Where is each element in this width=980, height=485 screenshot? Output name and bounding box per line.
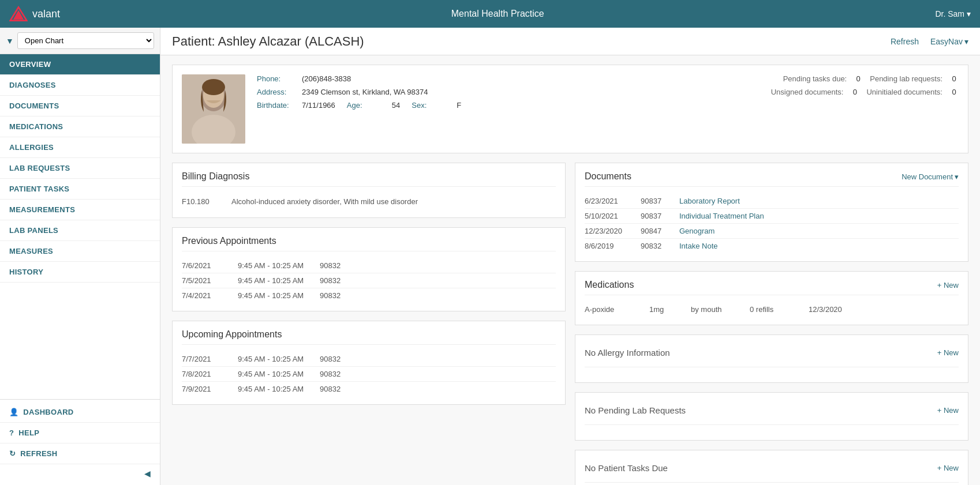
- med-row-1: A-poxide 1mg by mouth 0 refills 12/3/202…: [585, 302, 959, 317]
- phone-label: Phone:: [257, 74, 297, 83]
- unsigned-docs-label: Unsigned documents:: [771, 88, 844, 96]
- patient-details: Phone: (206)848-3838 Address: 2349 Clems…: [257, 74, 760, 114]
- lab-requests-card: No Pending Lab Requests + New: [575, 392, 968, 441]
- doc-row-2: 5/10/2021 90837 Individual Treatment Pla…: [585, 209, 959, 224]
- sidebar-item-history[interactable]: HISTORY: [0, 262, 160, 283]
- upcoming-appt-code-3: 90832: [320, 385, 351, 393]
- previous-appointments-title: Previous Appointments: [182, 236, 276, 246]
- sidebar-bottom: 👤 DASHBOARD ? HELP ↻ REFRESH ◀: [0, 399, 160, 485]
- upcoming-appt-row-3: 7/9/2021 9:45 AM - 10:25 AM 90832: [182, 382, 556, 396]
- sidebar-item-documents[interactable]: DOCUMENTS: [0, 96, 160, 116]
- sidebar-item-measurements[interactable]: MEASUREMENTS: [0, 200, 160, 220]
- previous-appointments-header: Previous Appointments: [182, 236, 556, 251]
- doc-link-4[interactable]: Intake Note: [679, 242, 718, 250]
- prev-appt-date-1: 7/6/2021: [182, 261, 231, 270]
- easynav-button[interactable]: EasyNav ▾: [930, 37, 968, 46]
- new-document-button[interactable]: New Document ▾: [902, 172, 959, 181]
- upcoming-appt-row-2: 7/8/2021 9:45 AM - 10:25 AM 90832: [182, 367, 556, 382]
- prev-appt-time-3: 9:45 AM - 10:25 AM: [238, 291, 313, 300]
- sidebar-item-patient-tasks[interactable]: PATIENT TASKS: [0, 179, 160, 200]
- upcoming-appointments-title: Upcoming Appointments: [182, 329, 282, 340]
- uninitiated-docs-value: 0: [949, 88, 959, 96]
- sidebar-item-lab-panels[interactable]: LAB PANELS: [0, 220, 160, 241]
- sidebar-item-diagnoses[interactable]: DIAGNOSES: [0, 75, 160, 96]
- open-chart-select[interactable]: Open Chart: [17, 32, 154, 49]
- upcoming-appt-time-1: 9:45 AM - 10:25 AM: [238, 355, 313, 363]
- pending-tasks-row: Pending tasks due: 0 Pending lab request…: [771, 74, 959, 83]
- app-body: ▼ Open Chart OVERVIEW DIAGNOSES DOCUMENT…: [0, 28, 980, 485]
- address-row: Address: 2349 Clemson st, Kirkland, WA 9…: [257, 88, 760, 96]
- user-menu[interactable]: Dr. Sam ▾: [935, 9, 971, 18]
- allergy-title: No Allergy Information: [585, 343, 670, 362]
- sidebar-item-measures[interactable]: MEASURES: [0, 241, 160, 262]
- billing-diagnosis-card: Billing Diagnosis F10.180 Alcohol-induce…: [172, 163, 566, 218]
- doc-date-2: 5/10/2021: [585, 212, 634, 220]
- main-header: Patient: Ashley Alcazar (ALCASH) Refresh…: [160, 28, 980, 55]
- doc-row-3: 12/23/2020 90847 Genogram: [585, 224, 959, 239]
- logo-text: valant: [32, 8, 60, 20]
- phone-row: Phone: (206)848-3838: [257, 74, 760, 83]
- medications-title: Medications: [585, 280, 634, 290]
- patient-info-section: Phone: (206)848-3838 Address: 2349 Clems…: [172, 65, 968, 153]
- prev-appt-code-3: 90832: [320, 291, 351, 300]
- doc-link-3[interactable]: Genogram: [679, 227, 715, 235]
- doc-row-1: 6/23/2021 90837 Laboratory Report: [585, 194, 959, 209]
- address-value: 2349 Clemson st, Kirkland, WA 98374: [302, 88, 428, 96]
- sidebar-item-overview[interactable]: OVERVIEW: [0, 54, 160, 75]
- address-label: Address:: [257, 88, 297, 96]
- person-icon: 👤: [9, 408, 18, 416]
- pending-tasks-value: 0: [854, 74, 863, 83]
- sidebar-item-medications[interactable]: MEDICATIONS: [0, 116, 160, 137]
- sidebar-item-allergies[interactable]: ALLERGIES: [0, 137, 160, 158]
- sidebar-filter: ▼ Open Chart: [0, 28, 160, 54]
- med-route-1: by mouth: [691, 305, 743, 314]
- patient-stats: Pending tasks due: 0 Pending lab request…: [771, 74, 959, 101]
- prev-appt-row-2: 7/5/2021 9:45 AM - 10:25 AM 90832: [182, 273, 556, 288]
- help-label: HELP: [18, 428, 39, 437]
- documents-header: Documents New Document ▾: [585, 171, 959, 187]
- user-name: Dr. Sam: [935, 9, 964, 18]
- upcoming-appt-date-3: 7/9/2021: [182, 385, 231, 393]
- unsigned-docs-row: Unsigned documents: 0 Uninitialed docume…: [771, 88, 959, 96]
- med-dose-1: 1mg: [649, 305, 684, 314]
- new-lab-request-button[interactable]: + New: [937, 406, 959, 415]
- phone-value: (206)848-3838: [302, 74, 351, 83]
- sidebar-item-lab-requests[interactable]: LAB REQUESTS: [0, 158, 160, 179]
- new-medication-button[interactable]: + New: [937, 281, 959, 290]
- lab-requests-header: No Pending Lab Requests + New: [585, 401, 959, 425]
- help-icon: ?: [9, 428, 14, 437]
- pending-lab-label: Pending lab requests:: [870, 74, 942, 83]
- doc-link-1[interactable]: Laboratory Report: [679, 197, 740, 205]
- prev-appt-time-2: 9:45 AM - 10:25 AM: [238, 276, 313, 285]
- doc-link-2[interactable]: Individual Treatment Plan: [679, 212, 764, 220]
- sidebar-nav: OVERVIEW DIAGNOSES DOCUMENTS MEDICATIONS…: [0, 54, 160, 399]
- refresh-icon: ↻: [9, 449, 16, 458]
- sex-label: Sex:: [412, 101, 452, 110]
- new-patient-task-button[interactable]: + New: [937, 464, 959, 472]
- sidebar-item-help[interactable]: ? HELP: [0, 423, 160, 443]
- patient-tasks-title: No Patient Tasks Due: [585, 458, 668, 478]
- birthdate-value: 7/11/1966: [302, 101, 335, 110]
- sidebar-item-dashboard[interactable]: 👤 DASHBOARD: [0, 402, 160, 423]
- user-dropdown-icon: ▾: [967, 9, 971, 18]
- medications-header: Medications + New: [585, 280, 959, 295]
- lab-requests-title: No Pending Lab Requests: [585, 401, 686, 420]
- sidebar-collapse-button[interactable]: ◀: [0, 464, 160, 483]
- allergy-card: No Allergy Information + New: [575, 334, 968, 383]
- upcoming-appt-code-2: 90832: [320, 370, 351, 378]
- birthdate-label: Birthdate:: [257, 101, 297, 110]
- patient-tasks-header: No Patient Tasks Due + New: [585, 458, 959, 483]
- upcoming-appt-code-1: 90832: [320, 355, 351, 363]
- age-label: Age:: [347, 101, 387, 110]
- prev-appt-time-1: 9:45 AM - 10:25 AM: [238, 261, 313, 270]
- doc-code-1: 90837: [641, 197, 672, 205]
- dashboard-label: DASHBOARD: [23, 408, 73, 416]
- billing-description: Alcohol-induced anxiety disorder, With m…: [231, 197, 418, 206]
- prev-appt-code-1: 90832: [320, 261, 351, 270]
- new-allergy-button[interactable]: + New: [937, 348, 959, 357]
- med-date-1: 12/3/2020: [809, 305, 842, 314]
- refresh-button[interactable]: Refresh: [891, 37, 919, 46]
- documents-title: Documents: [585, 171, 631, 182]
- sidebar-item-refresh[interactable]: ↻ REFRESH: [0, 443, 160, 464]
- upcoming-appt-date-2: 7/8/2021: [182, 370, 231, 378]
